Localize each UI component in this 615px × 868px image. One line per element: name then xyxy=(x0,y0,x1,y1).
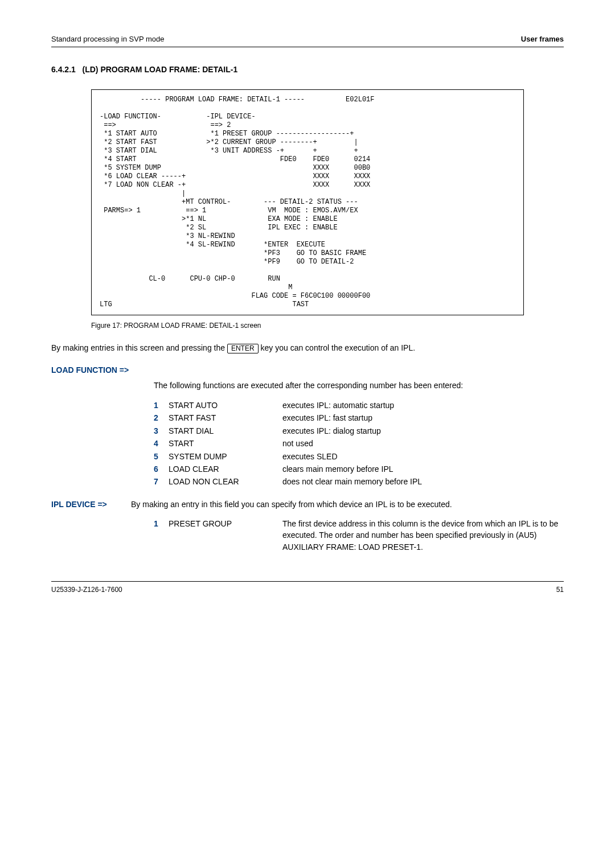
item-label: LOAD NON CLEAR xyxy=(169,475,282,488)
body1-a: By making entries in this screen and pre… xyxy=(51,343,227,352)
item-num: 5 xyxy=(154,450,169,463)
item-desc: executes IPL: fast startup xyxy=(282,412,564,424)
item-num: 1 xyxy=(154,399,169,412)
section-heading: 6.4.2.1 (LD) PROGRAM LOAD FRAME: DETAIL-… xyxy=(51,64,564,76)
item-desc: does not clear main memory before IPL xyxy=(282,475,564,488)
section-number: 6.4.2.1 xyxy=(51,65,76,74)
item-num: 4 xyxy=(154,437,169,450)
body1-b: key you can control the execution of an … xyxy=(259,343,416,352)
item-desc: executes SLED xyxy=(282,450,564,463)
list-item: 4 START not used xyxy=(154,437,564,450)
item-desc: clears main memory before IPL xyxy=(282,463,564,475)
figure-caption: Figure 17: PROGRAM LOAD FRAME: DETAIL-1 … xyxy=(91,321,564,331)
item-label: START xyxy=(169,437,282,450)
enter-key: ENTER xyxy=(227,344,259,354)
page-header: Standard processing in SVP mode User fra… xyxy=(51,34,564,47)
item-label: SYSTEM DUMP xyxy=(169,450,282,463)
list-item: 5 SYSTEM DUMP executes SLED xyxy=(154,450,564,463)
load-function-heading: LOAD FUNCTION => xyxy=(51,365,564,376)
item-label: START FAST xyxy=(169,412,282,424)
footer-page-number: 51 xyxy=(556,585,564,595)
item-desc: not used xyxy=(282,437,564,450)
header-right: User frames xyxy=(521,34,564,44)
item-num: 2 xyxy=(154,412,169,424)
ipl-device-heading: IPL DEVICE => xyxy=(51,499,131,510)
body-paragraph-1: By making entries in this screen and pre… xyxy=(51,342,564,354)
section-title: (LD) PROGRAM LOAD FRAME: DETAIL-1 xyxy=(83,65,238,74)
list-item: 1 START AUTO executes IPL: automatic sta… xyxy=(154,399,564,412)
page-footer: U25339-J-Z126-1-7600 51 xyxy=(51,581,564,595)
footer-left: U25339-J-Z126-1-7600 xyxy=(51,585,122,595)
list-item: 2 START FAST executes IPL: fast startup xyxy=(154,412,564,424)
list-item: 7 LOAD NON CLEAR does not clear main mem… xyxy=(154,475,564,488)
item-label: LOAD CLEAR xyxy=(169,463,282,475)
preset-num: 1 xyxy=(154,518,169,553)
preset-desc: The first device address in this column … xyxy=(282,518,564,553)
preset-label: PRESET GROUP xyxy=(169,518,282,553)
load-function-intro: The following functions are executed aft… xyxy=(154,380,564,391)
header-left: Standard processing in SVP mode xyxy=(51,34,165,44)
item-desc: executes IPL: automatic startup xyxy=(282,399,564,412)
ipl-device-intro: By making an entry in this field you can… xyxy=(131,499,452,510)
list-item: 6 LOAD CLEAR clears main memory before I… xyxy=(154,463,564,475)
item-label: START DIAL xyxy=(169,425,282,437)
item-num: 7 xyxy=(154,475,169,488)
item-num: 3 xyxy=(154,425,169,437)
ipl-device-row: IPL DEVICE => By making an entry in this… xyxy=(51,499,564,510)
terminal-screen: ----- PROGRAM LOAD FRAME: DETAIL-1 -----… xyxy=(91,89,524,315)
item-desc: executes IPL: dialog startup xyxy=(282,425,564,437)
preset-group-row: 1 PRESET GROUP The first device address … xyxy=(154,518,564,553)
item-num: 6 xyxy=(154,463,169,475)
list-item: 3 START DIAL executes IPL: dialog startu… xyxy=(154,425,564,437)
item-label: START AUTO xyxy=(169,399,282,412)
